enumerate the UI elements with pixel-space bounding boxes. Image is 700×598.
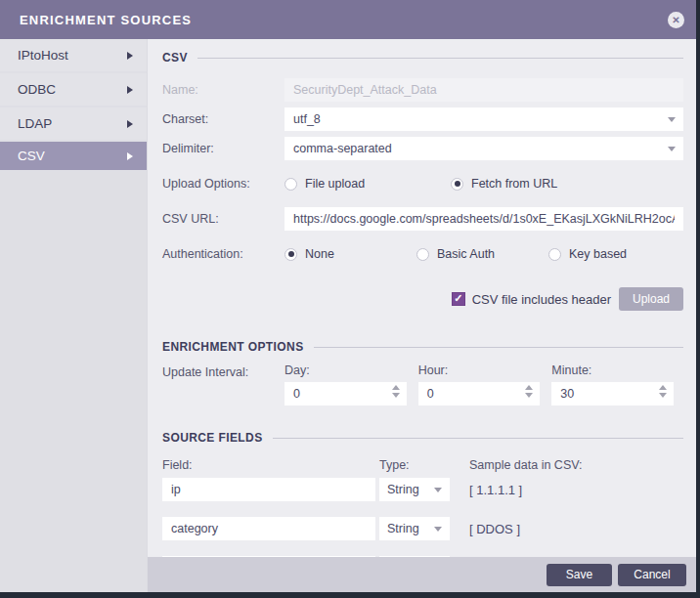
charset-select[interactable]: utf_8 [284,107,683,131]
field-type-value: String [387,522,419,535]
delimiter-select[interactable]: comma-separated [284,137,683,160]
radio-icon[interactable] [284,248,297,261]
radio-label: Basic Auth [437,247,495,261]
arrow-down-icon[interactable] [525,393,533,398]
hour-label: Hour: [418,363,541,377]
radio-icon[interactable] [451,178,463,191]
day-interval-group: Day: [284,363,407,406]
radio-fetch-from-url[interactable]: Fetch from URL [451,177,557,191]
radio-auth-basic[interactable]: Basic Auth [416,247,548,261]
field-type-select[interactable]: String [379,478,450,501]
sample-column-header: Sample data in CSV: [469,458,583,472]
csv-header-checkbox-label: CSV file includes header [472,292,611,307]
source-fields-heading: SOURCE FIELDS [162,431,683,445]
close-icon: ✕ [672,15,679,25]
radio-label: File upload [305,177,365,191]
csv-url-label: CSV URL: [162,212,284,226]
upload-options-label: Upload Options: [162,177,284,191]
chevron-right-icon [127,120,133,128]
sidebar-empty-area [0,172,147,592]
chevron-right-icon [127,86,133,94]
radio-auth-keybased[interactable]: Key based [548,247,627,261]
sidebar-item-label: CSV [18,149,45,163]
arrow-down-icon[interactable] [659,393,667,398]
field-name-input[interactable] [162,517,375,540]
chevron-down-icon [668,147,676,151]
day-stepper[interactable] [284,382,407,406]
arrow-up-icon[interactable] [525,385,533,390]
sample-data-value: [ 1.1.1.1 ] [469,483,522,497]
sidebar-item-iptohost[interactable]: IPtoHost [0,39,147,71]
radio-label: Fetch from URL [471,177,557,191]
radio-label: Key based [569,247,627,261]
delimiter-value: comma-separated [293,142,392,155]
radio-file-upload[interactable]: File upload [284,177,451,191]
field-type-select[interactable]: String [379,556,450,557]
upload-options-row: Upload Options: File upload Fetch from U… [162,172,683,195]
app-background: ENRICHMENT SOURCES ✕ IPtoHost ODBC LDAP [0,0,700,598]
arrow-up-icon[interactable] [392,385,400,390]
minute-stepper[interactable] [551,382,674,406]
authentication-label: Authentication: [162,247,284,261]
update-interval-row: Update Interval: Day: [162,363,683,406]
csv-section-heading: CSV [162,51,683,64]
cancel-button[interactable]: Cancel [618,564,686,586]
close-button[interactable]: ✕ [668,12,684,28]
section-rule [314,347,683,348]
minute-label: Minute: [551,363,674,377]
radio-label: None [305,247,334,261]
name-field [284,78,683,102]
save-button[interactable]: Save [547,564,612,586]
charset-row: Charset: utf_8 [162,107,683,131]
section-title: ENRICHMENT OPTIONS [162,340,304,354]
csv-header-checkbox[interactable] [452,292,465,306]
arrow-down-icon[interactable] [392,393,400,398]
csv-settings-panel: CSV Name: Charset: utf_8 [148,39,696,557]
sidebar-item-ldap[interactable]: LDAP [0,107,147,140]
dialog-title: ENRICHMENT SOURCES [20,13,192,27]
enrichment-options-heading: ENRICHMENT OPTIONS [162,340,683,354]
sidebar-item-csv[interactable]: CSV [0,142,147,170]
hour-interval-group: Hour: [418,363,541,406]
csv-url-input[interactable] [284,207,683,231]
stepper-arrows-icon[interactable] [525,385,533,398]
field-column-header: Field: [162,458,375,472]
radio-icon[interactable] [416,248,429,261]
sidebar-item-odbc[interactable]: ODBC [0,73,147,106]
radio-icon[interactable] [548,248,561,261]
source-field-row: String [ DDOS ] [162,517,683,540]
field-type-select[interactable]: String [379,517,450,540]
minute-interval-group: Minute: [551,363,674,406]
arrow-up-icon[interactable] [659,385,667,390]
chevron-right-icon [127,152,133,160]
day-label: Day: [284,363,407,377]
hour-stepper[interactable] [418,382,541,406]
chevron-down-icon [434,527,442,532]
type-column-header: Type: [379,458,450,472]
delimiter-label: Delimiter: [162,142,284,155]
csv-header-row: CSV file includes header Upload [162,287,683,311]
authentication-row: Authentication: None Basic Auth [162,242,683,266]
stepper-arrows-icon[interactable] [659,385,667,398]
dialog-footer: Save Cancel [148,557,696,592]
enrichment-sources-dialog: ENRICHMENT SOURCES ✕ IPtoHost ODBC LDAP [0,0,696,592]
section-rule [273,438,683,439]
sidebar-item-label: LDAP [18,116,52,131]
csv-url-row: CSV URL: [162,207,683,231]
section-rule [197,58,683,59]
source-field-row: String [ 1.1.1.1 ] [162,478,683,501]
field-type-value: String [387,483,419,496]
radio-icon[interactable] [284,178,297,191]
stepper-arrows-icon[interactable] [392,385,400,398]
name-label: Name: [162,83,284,97]
dialog-header: ENRICHMENT SOURCES ✕ [0,0,696,39]
sidebar-item-label: IPtoHost [18,48,68,63]
charset-label: Charset: [162,112,284,126]
sidebar: IPtoHost ODBC LDAP CSV [0,39,147,592]
section-title: SOURCE FIELDS [162,431,263,445]
field-name-input[interactable] [162,478,375,501]
upload-button[interactable]: Upload [619,287,683,311]
chevron-down-icon [668,117,676,122]
chevron-down-icon [434,488,442,492]
radio-auth-none[interactable]: None [284,247,416,261]
